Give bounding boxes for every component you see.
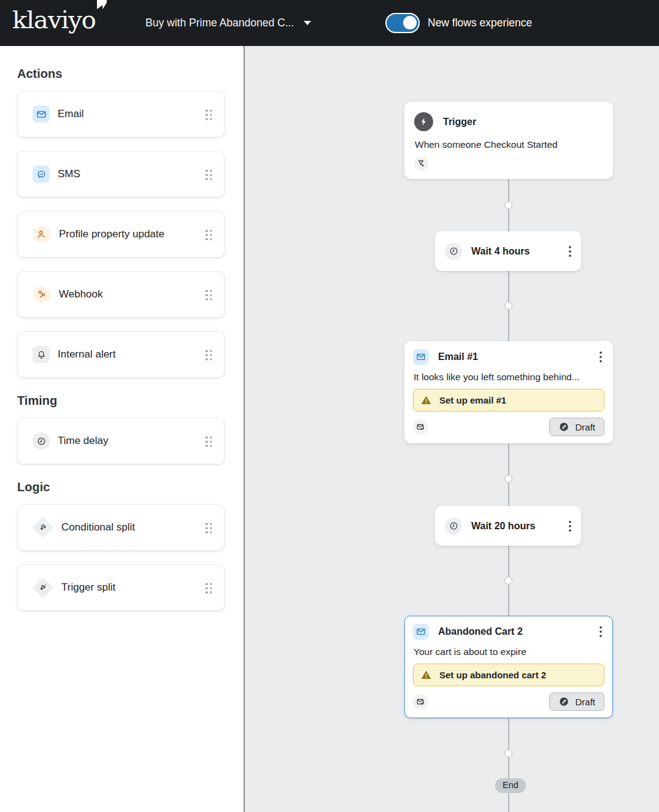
palette-item-label: Email [58,108,84,120]
draft-label: Draft [575,422,595,432]
email-node-title: Abandoned Cart 2 [438,626,523,637]
clock-icon [445,518,462,535]
palette-item-label: Webhook [59,288,103,301]
wait-node-title: Wait 4 hours [471,246,530,257]
warning-icon [420,669,432,681]
pencil-icon [558,696,569,707]
drag-handle-icon[interactable] [204,289,212,301]
section-title-logic: Logic [17,480,225,494]
drag-handle-icon[interactable] [204,522,212,534]
chevron-down-icon [304,21,311,25]
kebab-menu-icon[interactable] [566,519,574,533]
palette-item-label: Profile property update [59,228,164,240]
palette-item-profile-property-update[interactable]: Profile property update [17,211,225,258]
new-flows-toggle-group: New flows experience [385,0,532,46]
email-subject: It looks like you left something behind.… [414,372,604,383]
wait-node-4-hours[interactable]: Wait 4 hours [435,231,581,271]
palette-item-label: Conditional split [61,521,135,534]
email-node-title: Email #1 [438,351,478,362]
email-status-icon [413,694,428,710]
toggle-label: New flows experience [428,17,532,29]
webhook-icon [33,285,51,304]
palette-item-trigger-split[interactable]: Trigger split [17,564,225,611]
palette-item-email[interactable]: Email [17,91,225,137]
trigger-node[interactable]: Trigger When someone Checkout Started [404,102,613,179]
palette-item-conditional-split[interactable]: Conditional split [17,504,225,551]
flow-connector-dot[interactable] [504,302,512,310]
filter-profile-icon[interactable] [414,156,428,170]
email-icon [413,624,429,640]
palette-item-label: Internal alert [58,348,116,361]
flow-connector-dot[interactable] [504,749,512,757]
clock-icon [445,243,462,260]
setup-warning-banner[interactable]: Set up abandoned cart 2 [413,664,604,686]
flow-connector-dot[interactable] [504,475,512,483]
flow-end-badge: End [495,778,526,793]
lightning-icon [414,112,433,131]
email-status-icon [413,419,428,435]
pencil-icon [558,421,569,432]
flow-canvas[interactable]: Trigger When someone Checkout Started Wa… [245,46,659,812]
sms-icon [33,166,50,183]
email-subject: Your cart is about to expire [414,646,604,657]
draft-status-badge[interactable]: Draft [549,418,604,436]
flow-name: Buy with Prime Abandoned C... [145,17,294,29]
flow-connector-dot[interactable] [504,576,512,584]
top-bar: klaviyo Buy with Prime Abandoned C... Ne… [0,0,659,46]
bell-icon [33,346,50,363]
wait-node-20-hours[interactable]: Wait 20 hours [435,506,581,546]
palette-item-sms[interactable]: SMS [17,151,225,197]
new-flows-toggle[interactable] [385,13,420,33]
setup-warning-text: Set up email #1 [439,395,506,405]
klaviyo-flag-icon [97,0,107,9]
palette-item-label: Time delay [58,435,109,447]
draft-label: Draft [575,697,595,707]
email-icon [413,349,429,365]
kebab-menu-icon[interactable] [597,350,604,364]
email-node-1[interactable]: Email #1 It looks like you left somethin… [404,341,613,443]
klaviyo-logo[interactable]: klaviyo [12,7,107,32]
setup-warning-text: Set up abandoned cart 2 [439,670,546,680]
palette-item-webhook[interactable]: Webhook [17,271,225,318]
section-title-actions: Actions [17,67,225,81]
toggle-knob [403,16,417,29]
drag-handle-icon[interactable] [204,109,212,120]
draft-status-badge[interactable]: Draft [549,692,604,711]
clock-icon [33,432,50,450]
drag-handle-icon[interactable] [204,229,212,240]
drag-handle-icon[interactable] [204,435,212,447]
profile-property-icon [33,225,51,243]
section-title-timing: Timing [17,394,225,408]
wait-node-title: Wait 20 hours [471,521,535,532]
drag-handle-icon[interactable] [204,349,212,361]
palette-item-time-delay[interactable]: Time delay [17,418,225,464]
conditional-split-icon [33,517,53,538]
palette-item-internal-alert[interactable]: Internal alert [17,331,225,378]
palette-item-label: SMS [58,168,80,180]
trigger-title: Trigger [443,117,476,128]
setup-warning-banner[interactable]: Set up email #1 [413,389,604,412]
kebab-menu-icon[interactable] [597,625,604,638]
flow-connector-dot[interactable] [504,201,512,209]
drag-handle-icon[interactable] [204,169,212,180]
trigger-split-icon [33,577,53,598]
palette-item-label: Trigger split [61,581,115,594]
kebab-menu-icon[interactable] [566,245,574,258]
flow-name-dropdown[interactable]: Buy with Prime Abandoned C... [145,0,311,46]
email-icon [33,105,50,123]
action-palette-sidebar: Actions Email SMS Profile property updat… [0,46,244,812]
trigger-description: When someone Checkout Started [415,139,603,150]
email-node-abandoned-cart-2[interactable]: Abandoned Cart 2 Your cart is about to e… [404,616,613,718]
warning-icon [420,394,432,406]
drag-handle-icon[interactable] [204,582,212,594]
